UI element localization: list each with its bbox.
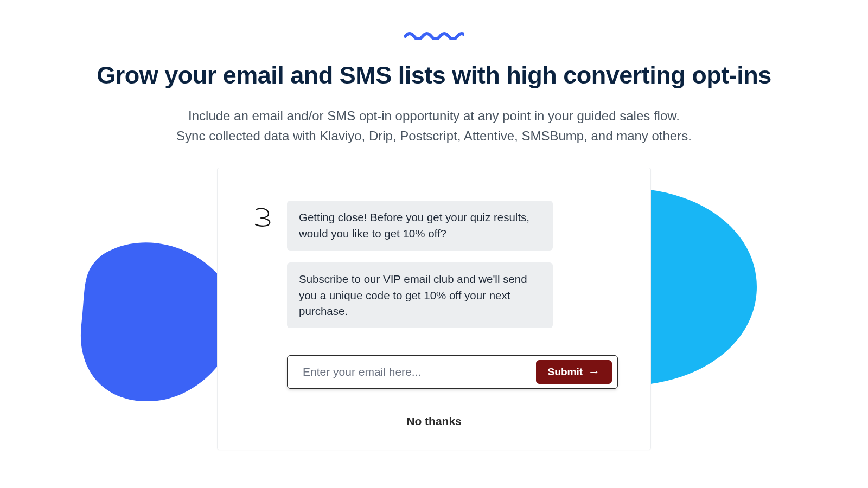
email-input-group: Submit → bbox=[287, 355, 618, 389]
chat-bubble-2: Subscribe to our VIP email club and we'l… bbox=[287, 262, 553, 328]
subtext-line-1: Include an email and/or SMS opt-in oppor… bbox=[0, 106, 868, 126]
email-field[interactable] bbox=[288, 356, 536, 388]
chat-avatar bbox=[250, 204, 276, 230]
arrow-right-icon: → bbox=[588, 366, 600, 378]
decline-button[interactable]: No thanks bbox=[250, 415, 618, 428]
optin-card: Getting close! Before you get your quiz … bbox=[217, 168, 651, 450]
chat-bubble-1: Getting close! Before you get your quiz … bbox=[287, 201, 553, 250]
squiggle-decoration bbox=[0, 30, 868, 40]
subtext-line-2: Sync collected data with Klaviyo, Drip, … bbox=[0, 126, 868, 146]
submit-button-label: Submit bbox=[548, 366, 583, 378]
page-subtext: Include an email and/or SMS opt-in oppor… bbox=[0, 106, 868, 146]
submit-button[interactable]: Submit → bbox=[536, 360, 612, 384]
page-headline: Grow your email and SMS lists with high … bbox=[0, 61, 868, 89]
